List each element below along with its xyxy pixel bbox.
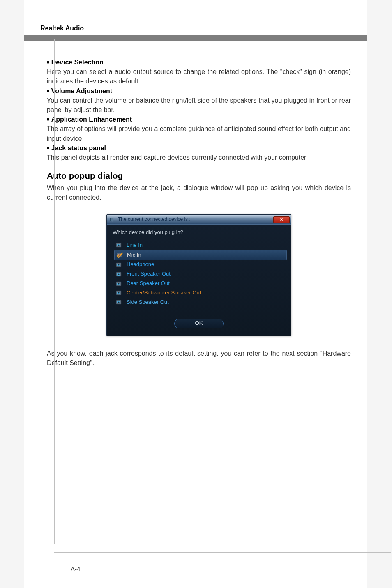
jack-icon xyxy=(116,281,122,287)
header-divider xyxy=(24,35,367,41)
device-label: Line In xyxy=(127,241,143,249)
jack-icon xyxy=(116,299,122,305)
auto-popup-title: Auto popup dialog xyxy=(47,170,351,182)
svg-point-4 xyxy=(118,245,119,246)
application-enhancement-heading: Application Enhancement xyxy=(47,115,351,124)
title-left: The current connected device is : xyxy=(110,216,191,223)
svg-marker-1 xyxy=(111,217,113,222)
ok-button[interactable]: OK xyxy=(174,319,224,328)
device-item[interactable]: Mic In xyxy=(114,250,287,260)
jack-status-heading: Jack status panel xyxy=(47,143,351,153)
device-label: Rear Speaker Out xyxy=(127,280,170,287)
device-list: Line InMic InHeadphoneFront Speaker OutR… xyxy=(116,241,285,307)
page: Realtek Audio Device Selection Here you … xyxy=(24,0,367,588)
ok-row: OK xyxy=(113,319,285,328)
ok-label: OK xyxy=(195,319,203,327)
svg-point-13 xyxy=(118,273,119,275)
jack-icon xyxy=(116,262,122,268)
jack-icon xyxy=(116,252,123,258)
svg-point-7 xyxy=(118,254,120,255)
svg-point-19 xyxy=(118,292,119,294)
header-title: Realtek Audio xyxy=(40,25,84,32)
content-area: Device Selection Here you can select a a… xyxy=(24,41,367,376)
svg-point-22 xyxy=(118,302,119,303)
dialog-title-bar: The current connected device is : x xyxy=(107,215,291,225)
jack-status-body: This panel depicts all render and captur… xyxy=(47,153,351,162)
bottom-rule xyxy=(54,552,391,553)
dialog-title: The current connected device is : xyxy=(118,216,191,223)
dialog-screenshot: The current connected device is : x Whic… xyxy=(47,214,351,336)
jack-icon xyxy=(116,271,122,277)
page-number: A-4 xyxy=(71,565,80,572)
device-selection-heading: Device Selection xyxy=(47,57,351,67)
device-label: Center/Subwoofer Speaker Out xyxy=(127,289,201,297)
device-item[interactable]: Rear Speaker Out xyxy=(116,279,285,288)
svg-rect-0 xyxy=(110,218,111,221)
device-dialog: The current connected device is : x Whic… xyxy=(106,214,291,336)
device-item[interactable]: Line In xyxy=(116,241,285,250)
svg-point-16 xyxy=(118,283,119,284)
volume-adjustment-heading: Volume Adjustment xyxy=(47,86,351,96)
close-button[interactable]: x xyxy=(273,216,290,223)
device-item[interactable]: Front Speaker Out xyxy=(116,269,285,279)
jack-icon xyxy=(116,242,122,248)
close-icon: x xyxy=(280,216,283,223)
device-selection-body: Here you can select a audio output sourc… xyxy=(47,67,351,86)
device-item[interactable]: Headphone xyxy=(116,260,285,269)
jack-icon xyxy=(116,290,122,296)
dialog-prompt: Which device did you plug in? xyxy=(113,229,285,237)
auto-popup-body: When you plug into the device at the jac… xyxy=(47,183,351,202)
dialog-body: Which device did you plug in? Line InMic… xyxy=(107,225,291,336)
device-label: Side Speaker Out xyxy=(127,299,169,306)
device-label: Mic In xyxy=(127,251,141,259)
svg-point-10 xyxy=(118,264,119,265)
device-label: Headphone xyxy=(127,261,154,269)
device-item[interactable]: Center/Subwoofer Speaker Out xyxy=(116,288,285,298)
speaker-icon xyxy=(110,217,115,223)
left-margin-rule xyxy=(54,39,55,544)
application-enhancement-body: The array of options will provide you a … xyxy=(47,124,351,143)
footnote: As you know, each jack corresponds to it… xyxy=(47,349,351,368)
volume-adjustment-body: You can control the volume or balance th… xyxy=(47,96,351,115)
device-label: Front Speaker Out xyxy=(127,270,171,278)
device-item[interactable]: Side Speaker Out xyxy=(116,298,285,307)
page-header: Realtek Audio xyxy=(24,0,367,35)
